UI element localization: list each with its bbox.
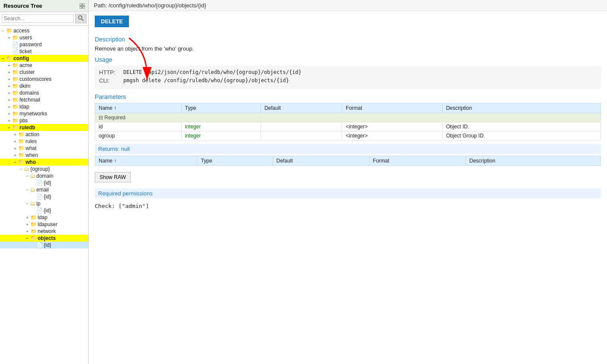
tree-label-who: who <box>26 159 36 165</box>
toggle-domains[interactable]: + <box>6 91 12 96</box>
tree-node-objects_id[interactable]: 📄{id} <box>0 242 88 249</box>
toggle-email[interactable]: − <box>24 188 30 192</box>
tree-node-domain_id[interactable]: 📄{id} <box>0 179 88 186</box>
toggle-who[interactable]: − <box>12 160 18 165</box>
folder-icon-pbs: 📁 <box>12 118 19 124</box>
tree-node-when[interactable]: +📁when <box>0 152 88 159</box>
tree-label-ldap2: ldap <box>38 214 48 220</box>
tree-node-who[interactable]: −📁who <box>0 159 88 166</box>
toggle-config[interactable]: − <box>0 56 6 61</box>
tree-node-ldapuser[interactable]: +📁ldapuser <box>0 221 88 228</box>
toggle-ldapuser[interactable]: + <box>24 222 30 227</box>
req-perms-text: Required permissions <box>98 190 153 197</box>
toggle-customscores[interactable]: + <box>6 77 12 82</box>
tree-node-ldap[interactable]: +📁ldap <box>0 103 88 110</box>
tree-node-pbs[interactable]: +📁pbs <box>0 117 88 124</box>
tree-node-domain[interactable]: −🗂domain <box>0 172 88 179</box>
toggle-access[interactable]: − <box>0 29 6 33</box>
path-bar: Path: /config/ruledb/who/{ogroup}/object… <box>89 0 607 11</box>
toggle-mynetworks[interactable]: + <box>6 112 12 116</box>
tree-node-mynetworks[interactable]: +📁mynetworks <box>0 110 88 117</box>
svg-rect-2 <box>80 6 82 9</box>
folder-icon-cluster: 📁 <box>12 69 19 75</box>
tree-node-dkim[interactable]: +📁dkim <box>0 83 88 89</box>
toggle-ip[interactable]: − <box>24 201 30 206</box>
tree-node-acme[interactable]: +📁acme <box>0 62 88 69</box>
search-button[interactable] <box>75 14 87 23</box>
toggle-what[interactable]: + <box>12 146 18 151</box>
ret-col-format: Format <box>369 156 466 166</box>
tree-node-network[interactable]: +📁network <box>0 228 88 235</box>
tree-node-users[interactable]: +📁users <box>0 34 88 41</box>
toggle-ruledb[interactable]: − <box>6 125 12 130</box>
tree-node-rules[interactable]: +📁rules <box>0 138 88 145</box>
tree-node-action[interactable]: +📁action <box>0 131 88 138</box>
param-type-id: integer <box>181 122 261 131</box>
file-icon-objects_id: 📄 <box>36 242 43 248</box>
ret-col-name: Name ↑ <box>95 156 197 166</box>
folder-icon-mynetworks: 📁 <box>12 111 19 117</box>
toggle-action[interactable]: + <box>12 132 18 137</box>
param-default-id <box>261 122 342 131</box>
tree-node-ldap2[interactable]: +📁ldap <box>0 214 88 221</box>
param-default-ogroup <box>261 131 342 140</box>
param-desc-id: Object ID. <box>442 122 601 131</box>
toggle-users[interactable]: + <box>6 35 12 40</box>
toggle-when[interactable]: + <box>12 153 18 158</box>
folder-icon-email: 🗂 <box>30 187 35 193</box>
toggle-fetchmail[interactable]: + <box>6 98 12 102</box>
tree-node-ruledb[interactable]: −📁ruledb <box>0 124 88 131</box>
tree-node-domains[interactable]: +📁domains <box>0 89 88 96</box>
tree-node-objects[interactable]: −📁objects <box>0 235 88 242</box>
tree-label-fetchmail: fetchmail <box>19 97 40 103</box>
tree-node-what[interactable]: +📁what <box>0 145 88 152</box>
tree-label-domain_id: {id} <box>44 180 51 186</box>
toggle-ogroup[interactable]: − <box>18 167 24 172</box>
file-icon-ip_id: 📄 <box>36 208 43 214</box>
tree-node-email[interactable]: −🗂email <box>0 186 88 193</box>
toggle-acme[interactable]: + <box>6 63 12 68</box>
toggle-ldap2[interactable]: + <box>24 215 30 220</box>
tree-node-email_id[interactable]: 📄{id} <box>0 193 88 200</box>
sidebar-header: Resource Tree <box>0 0 88 12</box>
sidebar: Resource Tree −📁access+📁users 📄password … <box>0 0 89 364</box>
toggle-domain[interactable]: − <box>24 174 30 179</box>
param-type-ogroup: integer <box>181 131 261 140</box>
tree-node-ip[interactable]: −🗂ip <box>0 200 88 207</box>
toggle-dkim[interactable]: + <box>6 84 12 89</box>
toggle-objects[interactable]: − <box>24 236 30 241</box>
table-row: id integer <integer> Object ID. <box>95 122 601 131</box>
tree-label-ruledb: ruledb <box>19 125 35 131</box>
cli-label: CLI: <box>99 77 116 84</box>
tree-node-ogroup[interactable]: −🗂{ogroup} <box>0 166 88 172</box>
tree-label-ticket: ticket <box>19 48 32 54</box>
tree-label-network: network <box>38 228 56 234</box>
show-raw-button[interactable]: Show RAW <box>95 172 131 182</box>
description-text: Remove an object from the 'who' group. <box>95 45 601 52</box>
toggle-cluster[interactable]: + <box>6 70 12 75</box>
main-content: Path: /config/ruledb/who/{ogroup}/object… <box>89 0 607 364</box>
toggle-rules[interactable]: + <box>12 139 18 144</box>
tree-node-fetchmail[interactable]: +📁fetchmail <box>0 96 88 103</box>
delete-button[interactable]: DELETE <box>95 16 129 27</box>
tree-node-customscores[interactable]: +📁customscores <box>0 76 88 83</box>
tree-label-cluster: cluster <box>19 69 35 75</box>
search-input[interactable] <box>2 14 74 23</box>
tree-node-cluster[interactable]: +📁cluster <box>0 69 88 76</box>
folder-icon-ldap: 📁 <box>12 104 19 110</box>
toggle-pbs[interactable]: + <box>6 118 12 123</box>
tree-node-ticket[interactable]: 📄ticket <box>0 48 88 55</box>
expand-icon[interactable] <box>80 3 85 9</box>
tree-label-access: access <box>13 28 29 34</box>
tree-node-config[interactable]: −📁config <box>0 55 88 62</box>
tree-label-domains: domains <box>19 90 39 96</box>
tree-label-users: users <box>19 35 32 41</box>
tree-node-ip_id[interactable]: 📄{id} <box>0 207 88 214</box>
tree-label-ldapuser: ldapuser <box>38 221 58 227</box>
toggle-ldap[interactable]: + <box>6 105 12 109</box>
toggle-network[interactable]: + <box>24 229 30 234</box>
tree-node-password[interactable]: 📄password <box>0 41 88 48</box>
tree-node-access[interactable]: −📁access <box>0 27 88 34</box>
param-name-id: id <box>95 122 182 131</box>
col-format: Format <box>342 103 443 113</box>
